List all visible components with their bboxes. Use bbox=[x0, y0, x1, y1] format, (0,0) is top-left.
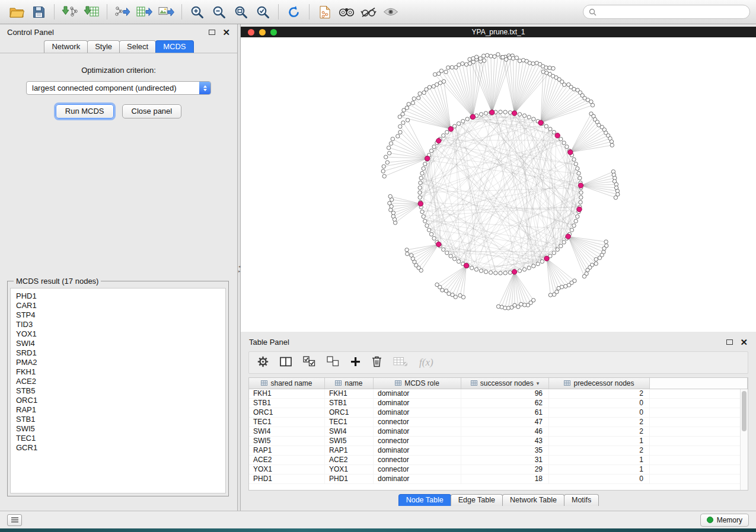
column-header-name[interactable]: name bbox=[325, 378, 374, 389]
table-cell[interactable]: FKH1 bbox=[249, 389, 325, 398]
mcds-result-item[interactable]: SRD1 bbox=[16, 348, 225, 358]
table-cell[interactable]: 43 bbox=[461, 437, 549, 446]
tab-select[interactable]: Select bbox=[119, 40, 156, 53]
column-header-MCDS-role[interactable]: MCDS role bbox=[374, 378, 461, 389]
network-titlebar[interactable]: YPA_prune.txt_1 bbox=[241, 27, 756, 37]
table-cell[interactable]: TEC1 bbox=[249, 418, 325, 427]
table-cell[interactable]: connector bbox=[374, 465, 461, 474]
table-cell[interactable]: FKH1 bbox=[325, 389, 374, 398]
zoom-fit-button[interactable] bbox=[230, 2, 252, 21]
export-table-button[interactable] bbox=[133, 2, 155, 21]
table-cell[interactable]: RAP1 bbox=[249, 446, 325, 455]
table-cell[interactable]: 2 bbox=[549, 389, 650, 398]
table-cell[interactable]: ACE2 bbox=[249, 456, 325, 464]
table-cell[interactable]: SWI4 bbox=[249, 427, 325, 436]
zoom-out-button[interactable] bbox=[208, 2, 230, 21]
table-cell[interactable]: dominator bbox=[374, 427, 461, 436]
table-cell[interactable]: dominator bbox=[374, 399, 461, 408]
tab-mcds[interactable]: MCDS bbox=[155, 40, 193, 53]
table-cell[interactable]: YOX1 bbox=[249, 465, 325, 474]
table-cell[interactable]: PHD1 bbox=[249, 475, 325, 483]
splitter-handle-icon[interactable]: ◂▸ bbox=[238, 264, 241, 274]
refresh-button[interactable] bbox=[283, 2, 305, 21]
select-all-button[interactable] bbox=[303, 356, 315, 369]
show-graphics-details-button[interactable] bbox=[379, 2, 401, 21]
mcds-result-item[interactable]: RAP1 bbox=[16, 405, 225, 415]
search-network-button[interactable] bbox=[336, 2, 358, 21]
mcds-result-item[interactable]: FKH1 bbox=[16, 367, 225, 377]
table-cell[interactable]: 0 bbox=[549, 408, 650, 417]
open-file-button[interactable] bbox=[6, 2, 28, 21]
table-row[interactable]: SWI4SWI4dominator462 bbox=[249, 427, 740, 437]
tab-style[interactable]: Style bbox=[87, 40, 120, 53]
mcds-result-item[interactable]: YOX1 bbox=[16, 329, 225, 339]
column-header-shared-name[interactable]: shared name bbox=[249, 378, 325, 389]
window-zoom-icon[interactable] bbox=[270, 29, 277, 36]
mcds-result-item[interactable]: ACE2 bbox=[16, 377, 225, 386]
close-panel-button[interactable]: Close panel bbox=[122, 104, 182, 118]
tab-edge-table[interactable]: Edge Table bbox=[451, 494, 503, 506]
mcds-result-item[interactable]: PHD1 bbox=[16, 291, 225, 301]
network-search-box[interactable] bbox=[583, 5, 750, 19]
memory-button[interactable]: Memory bbox=[700, 514, 749, 527]
delete-column-button[interactable] bbox=[372, 355, 382, 370]
table-cell[interactable]: connector bbox=[374, 418, 461, 427]
table-row[interactable]: PHD1PHD1dominator180 bbox=[249, 475, 740, 484]
table-cell[interactable]: connector bbox=[374, 437, 461, 446]
mcds-result-item[interactable]: GCR1 bbox=[16, 443, 225, 453]
table-cell[interactable]: ORC1 bbox=[325, 408, 374, 417]
mcds-result-item[interactable]: SWI5 bbox=[16, 424, 225, 434]
table-cell[interactable]: 47 bbox=[461, 418, 549, 427]
export-network-button[interactable] bbox=[111, 2, 133, 21]
table-cell[interactable]: PHD1 bbox=[325, 475, 374, 483]
table-cell[interactable]: 0 bbox=[549, 399, 650, 408]
window-minimize-icon[interactable] bbox=[259, 29, 266, 36]
window-close-icon[interactable] bbox=[248, 29, 254, 36]
table-cell[interactable]: dominator bbox=[374, 408, 461, 417]
import-network-button[interactable] bbox=[59, 2, 81, 21]
table-cell[interactable]: STB1 bbox=[249, 399, 325, 408]
table-cell[interactable]: 35 bbox=[461, 446, 549, 455]
add-column-button[interactable] bbox=[350, 357, 361, 369]
table-cell[interactable]: 2 bbox=[549, 418, 650, 427]
mcds-result-list[interactable]: PHD1CAR1STP4TID3YOX1SWI4SRD1PMA2FKH1ACE2… bbox=[10, 288, 226, 493]
table-cell[interactable]: 61 bbox=[461, 408, 549, 417]
table-cell[interactable]: SWI5 bbox=[249, 437, 325, 446]
sort-chevron-icon[interactable]: ▾ bbox=[537, 380, 540, 386]
tab-node-table[interactable]: Node Table bbox=[398, 494, 451, 506]
float-table-panel-icon[interactable] bbox=[726, 339, 733, 345]
table-cell[interactable]: TEC1 bbox=[325, 418, 374, 427]
table-cell[interactable]: 1 bbox=[549, 456, 650, 464]
mcds-result-item[interactable]: TID3 bbox=[16, 320, 225, 329]
mcds-result-item[interactable]: STP4 bbox=[16, 310, 225, 320]
search-input[interactable] bbox=[599, 8, 744, 16]
table-row[interactable]: ORC1ORC1dominator610 bbox=[249, 408, 740, 418]
table-row[interactable]: RAP1RAP1dominator352 bbox=[249, 446, 740, 456]
deselect-all-button[interactable] bbox=[327, 356, 339, 369]
table-cell[interactable]: 2 bbox=[549, 427, 650, 436]
network-graph[interactable] bbox=[241, 37, 756, 332]
table-row[interactable]: SWI5SWI5connector431 bbox=[249, 437, 740, 446]
save-session-button[interactable] bbox=[28, 2, 50, 21]
mcds-result-item[interactable]: STB5 bbox=[16, 386, 225, 396]
tab-network-table[interactable]: Network Table bbox=[502, 494, 564, 506]
scrollbar-thumb[interactable] bbox=[742, 391, 747, 431]
table-row[interactable]: YOX1YOX1connector291 bbox=[249, 465, 740, 475]
mcds-result-item[interactable]: STB1 bbox=[16, 415, 225, 424]
table-cell[interactable]: 62 bbox=[461, 399, 549, 408]
table-cell[interactable]: ACE2 bbox=[325, 456, 374, 464]
table-cell[interactable]: SWI4 bbox=[325, 427, 374, 436]
tab-network[interactable]: Network bbox=[44, 40, 88, 53]
close-table-panel-icon[interactable]: ✕ bbox=[740, 338, 748, 347]
network-canvas[interactable] bbox=[241, 37, 756, 332]
table-cell[interactable]: dominator bbox=[374, 475, 461, 483]
mcds-result-item[interactable]: PMA2 bbox=[16, 358, 225, 367]
close-panel-icon[interactable]: ✕ bbox=[222, 28, 230, 37]
table-cell[interactable]: 18 bbox=[461, 475, 549, 483]
column-header-predecessor-nodes[interactable]: predecessor nodes bbox=[549, 378, 650, 389]
table-scrollbar[interactable] bbox=[740, 389, 748, 490]
mcds-result-item[interactable]: ORC1 bbox=[16, 396, 225, 405]
import-table-button[interactable] bbox=[81, 2, 103, 21]
float-panel-icon[interactable] bbox=[209, 30, 215, 35]
table-cell[interactable]: RAP1 bbox=[325, 446, 374, 455]
